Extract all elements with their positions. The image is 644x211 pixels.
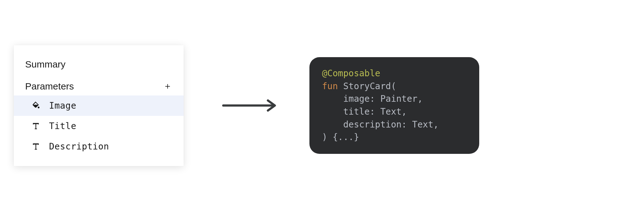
plus-icon	[164, 83, 171, 90]
code-param: description: Text,	[343, 119, 438, 130]
parameters-panel: Summary Parameters Image Title	[14, 45, 184, 166]
parameter-row-image[interactable]: Image	[14, 95, 184, 116]
code-block: @Composable fun StoryCard( image: Painte…	[309, 57, 479, 154]
text-t-icon	[31, 121, 41, 131]
parameters-section-label: Parameters	[25, 81, 74, 92]
svg-point-2	[38, 107, 40, 109]
code-line: description: Text,	[322, 118, 467, 131]
code-param: image: Painter,	[343, 94, 423, 104]
code-closing: ) {...}	[322, 132, 359, 142]
add-parameter-button[interactable]	[163, 82, 172, 91]
code-param: title: Text,	[343, 106, 407, 117]
code-line: fun StoryCard(	[322, 80, 467, 93]
parameter-label: Title	[49, 121, 76, 131]
parameters-section-header: Parameters	[14, 76, 184, 95]
panel-title-summary: Summary	[14, 54, 184, 76]
arrow-right-icon	[221, 99, 278, 112]
text-t-icon	[31, 141, 41, 151]
parameter-label: Description	[49, 141, 109, 152]
code-line: ) {...}	[322, 131, 467, 144]
code-line: image: Painter,	[322, 93, 467, 106]
code-func-name: StoryCard(	[343, 81, 396, 91]
arrow-right	[221, 99, 278, 112]
code-line: @Composable	[322, 67, 467, 80]
parameter-label: Image	[49, 100, 76, 111]
code-annotation: @Composable	[322, 68, 380, 78]
parameter-row-description[interactable]: Description	[14, 136, 184, 157]
code-keyword: fun	[322, 81, 338, 91]
parameter-row-title[interactable]: Title	[14, 116, 184, 136]
paint-bucket-icon	[31, 100, 41, 111]
code-line: title: Text,	[322, 106, 467, 118]
